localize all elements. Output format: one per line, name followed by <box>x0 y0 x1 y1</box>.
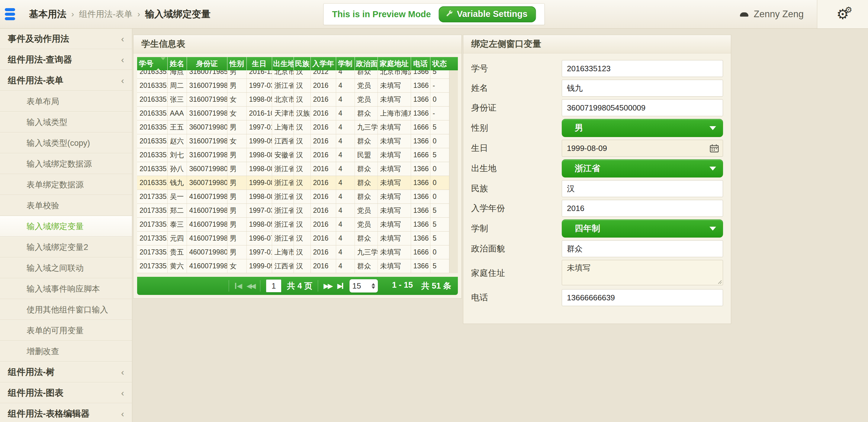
column-header-5[interactable]: 出生地 <box>272 57 293 70</box>
table-cell[interactable]: 汉 <box>293 204 310 218</box>
hamburger-menu-icon[interactable] <box>5 7 18 22</box>
table-cell[interactable]: 5 <box>430 70 449 79</box>
table-cell[interactable]: 群众 <box>354 259 377 273</box>
table-cell[interactable]: 20163351 <box>137 79 167 93</box>
sidebar-item-13[interactable]: 使用其他组件窗口输入 <box>0 299 132 320</box>
column-header-6[interactable]: 民族 <box>293 57 310 70</box>
column-header-2[interactable]: 身份证 <box>187 57 227 70</box>
table-cell[interactable]: 0 <box>430 176 449 190</box>
table-cell[interactable]: 1366 <box>411 93 430 106</box>
table-cell[interactable]: 20163351 <box>137 121 167 134</box>
table-cell[interactable]: 钱九 <box>167 176 187 190</box>
table-cell[interactable]: 1666 <box>411 121 430 134</box>
table-row[interactable]: 20173351泰三41600719980男1998-05浙江省汉20164党员… <box>137 218 449 231</box>
table-cell[interactable]: 0 <box>430 162 449 176</box>
table-cell[interactable]: 汉 <box>293 162 310 176</box>
table-row-clipped[interactable]: 20163351海点31600719850男2016-11北京市汉20124群众… <box>137 70 449 79</box>
field-input-1[interactable] <box>562 80 723 97</box>
table-cell[interactable]: 2016 <box>310 190 336 204</box>
column-header-10[interactable]: 家庭地址 <box>377 57 411 70</box>
sidebar-item-4[interactable]: 输入域类型 <box>0 112 132 132</box>
field-select-8[interactable]: 四年制 <box>562 220 723 237</box>
table-cell[interactable]: 2012 <box>310 70 336 79</box>
table-cell[interactable]: 汉 <box>293 176 310 190</box>
table-cell[interactable]: 5 <box>430 204 449 218</box>
table-cell[interactable]: 孙八 <box>167 162 187 176</box>
table-cell[interactable]: 2016-10 <box>246 106 272 121</box>
table-row[interactable]: 20173351元四41600719980男1996-07浙江省汉20164群众… <box>137 231 449 246</box>
table-cell[interactable]: 1666 <box>411 148 430 162</box>
table-cell[interactable]: 2016 <box>310 162 336 176</box>
table-cell[interactable]: 2016 <box>310 148 336 162</box>
sidebar-item-17[interactable]: 组件用法-图表‹ <box>0 383 132 403</box>
table-cell[interactable]: 浙江省 <box>272 162 293 176</box>
table-cell[interactable]: 31600719980 <box>187 134 227 148</box>
table-cell[interactable]: 1996-07 <box>246 231 272 246</box>
table-cell[interactable]: 31600719980 <box>187 79 227 93</box>
table-cell[interactable]: 江西省 <box>272 259 293 273</box>
table-cell[interactable]: 20173351 <box>137 204 167 218</box>
table-cell[interactable]: 汉 <box>293 246 310 259</box>
table-cell[interactable]: 男 <box>227 231 246 246</box>
table-cell[interactable]: 4 <box>336 231 354 246</box>
table-cell[interactable]: 未填写 <box>377 204 411 218</box>
table-cell[interactable]: 2016 <box>310 259 336 273</box>
table-cell[interactable]: 1366 <box>411 70 430 79</box>
table-cell[interactable]: 0 <box>430 190 449 204</box>
table-cell[interactable]: 36007199805 <box>187 162 227 176</box>
table-cell[interactable]: 4 <box>336 106 354 121</box>
table-cell[interactable]: 汉 <box>293 79 310 93</box>
table-row[interactable]: 20173351黄六41600719980女1999-09江西省汉20164群众… <box>137 259 449 273</box>
table-cell[interactable]: 20173351 <box>137 231 167 246</box>
table-cell[interactable]: 5 <box>430 148 449 162</box>
column-header-8[interactable]: 学制 <box>336 57 354 70</box>
table-cell[interactable]: 男 <box>227 148 246 162</box>
table-cell[interactable]: 赵六 <box>167 134 187 148</box>
table-cell[interactable]: 浙江省 <box>272 218 293 231</box>
sidebar-item-18[interactable]: 组件用法-表格编辑器‹ <box>0 403 132 422</box>
table-cell[interactable]: 1998-08 <box>246 162 272 176</box>
table-cell[interactable]: 1366 <box>411 204 430 218</box>
table-cell[interactable]: 元四 <box>167 231 187 246</box>
field-input-7[interactable] <box>562 200 723 217</box>
field-select-3[interactable]: 男 <box>562 119 723 137</box>
table-cell[interactable]: 1366 <box>411 134 430 148</box>
table-cell[interactable]: 九三学 <box>354 121 377 134</box>
table-cell[interactable]: 4 <box>336 204 354 218</box>
table-cell[interactable]: 41600719980 <box>187 190 227 204</box>
sidebar-item-12[interactable]: 输入域事件响应脚本 <box>0 278 132 299</box>
table-cell[interactable]: 汉 <box>293 259 310 273</box>
table-cell[interactable]: 4 <box>336 218 354 231</box>
table-row[interactable]: 20173351郑二41600719980男1997-03浙江省汉20164党员… <box>137 204 449 218</box>
user-menu[interactable]: Zenny Zeng <box>740 0 817 28</box>
table-cell[interactable]: 1666 <box>411 246 430 259</box>
table-cell[interactable]: 20163351 <box>137 148 167 162</box>
sidebar-item-2[interactable]: 组件用法-表单‹ <box>0 70 132 91</box>
table-cell[interactable]: 群众 <box>354 106 377 121</box>
table-cell[interactable]: 20173351 <box>137 246 167 259</box>
table-row[interactable]: 20173351贵五46007199805男1997-01上海市汉20164九三… <box>137 246 449 259</box>
table-cell[interactable]: 41600719980 <box>187 259 227 273</box>
last-page-button[interactable]: ▶ <box>337 282 344 290</box>
table-cell[interactable]: 女 <box>227 134 246 148</box>
table-cell[interactable]: 汉 <box>293 231 310 246</box>
table-cell[interactable]: 群众 <box>354 70 377 79</box>
table-cell[interactable]: 2016 <box>310 204 336 218</box>
table-cell[interactable]: 1999-09 <box>246 134 272 148</box>
field-textarea[interactable] <box>562 260 723 285</box>
table-cell[interactable]: 男 <box>227 162 246 176</box>
table-cell[interactable]: 群众 <box>354 190 377 204</box>
sidebar-item-9[interactable]: 输入域绑定变量 <box>0 216 132 237</box>
table-cell[interactable]: 黄六 <box>167 259 187 273</box>
table-cell[interactable]: 男 <box>227 176 246 190</box>
table-cell[interactable]: 2016 <box>310 134 336 148</box>
table-cell[interactable]: 2016 <box>310 231 336 246</box>
table-cell[interactable]: - <box>430 79 449 93</box>
table-cell[interactable]: 1366 <box>411 106 430 121</box>
table-cell[interactable]: 江西省 <box>272 134 293 148</box>
table-cell[interactable]: 1998-05 <box>246 93 272 106</box>
sidebar-item-8[interactable]: 表单校验 <box>0 195 132 216</box>
table-cell[interactable]: 31600719850 <box>187 70 227 79</box>
table-cell[interactable]: 4 <box>336 246 354 259</box>
table-cell[interactable]: 未填写 <box>377 162 411 176</box>
